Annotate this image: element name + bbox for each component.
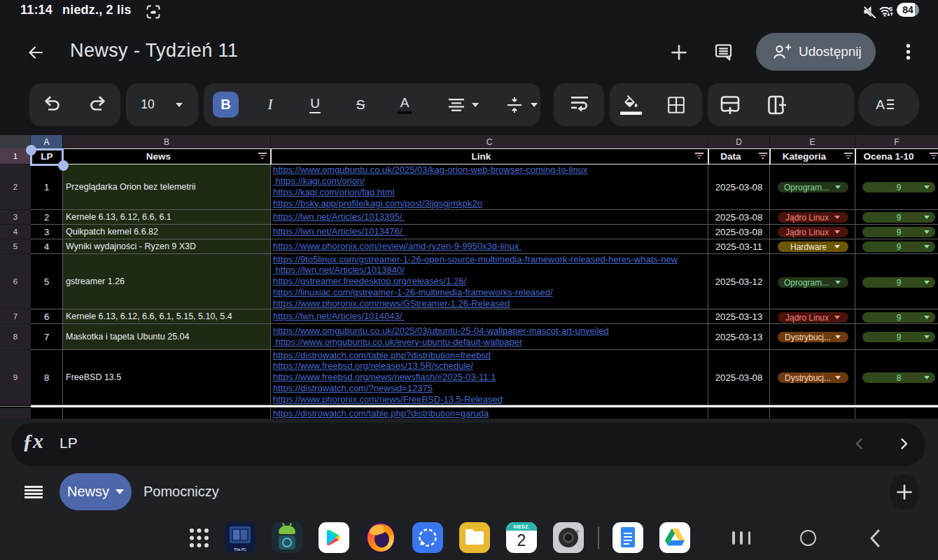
- svg-text:5: 5: [889, 6, 892, 13]
